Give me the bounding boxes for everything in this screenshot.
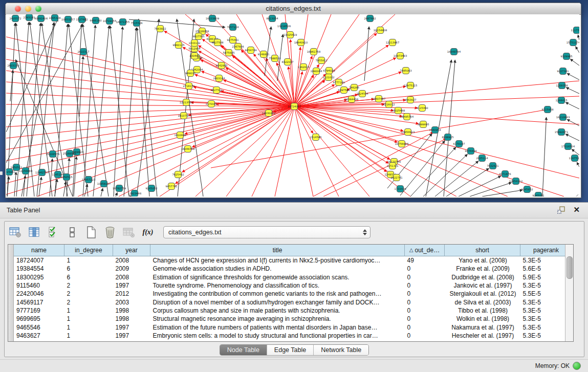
graph-node[interactable]: 7857224 [227,24,239,31]
graph-node[interactable]: 16782759 [113,185,126,192]
new-table-icon[interactable] [84,226,98,239]
graph-node[interactable]: 10653257 [61,16,75,23]
row-height-icon[interactable] [66,226,79,239]
graph-node[interactable]: 1733426 [394,186,406,192]
column-header-in_degree[interactable]: in_degree [64,245,113,256]
table-row[interactable]: 1456911722003Disruption of a novel membe… [14,298,565,306]
tab-node-table[interactable]: Node Table [220,345,267,355]
function-builder-icon[interactable]: f(x) [141,226,155,239]
graph-node[interactable]: 2393181 [23,14,35,21]
graph-node[interactable]: 20206576 [46,151,59,158]
graph-node[interactable]: 7485063 [400,68,411,74]
float-panel-icon[interactable] [557,206,565,214]
table-row[interactable]: 946362711997Embryonic stem cells: a mode… [14,332,565,340]
delete-table-icon[interactable] [103,226,117,239]
graph-node[interactable]: 1527602 [76,16,88,23]
table-row[interactable]: 1938455462009Genome-wide association stu… [14,265,565,273]
column-header-short[interactable]: short [445,245,520,256]
table-row[interactable]: 1830029562008Estimation of significance … [14,273,565,281]
graph-node[interactable]: 7588520 [269,55,280,62]
network-window[interactable]: citations_edges.txt 24055722393181306914… [5,3,581,198]
graph-node[interactable]: 6466160 [90,17,101,24]
select-rows-icon[interactable] [47,226,60,239]
column-header-out_de[interactable]: △out_de… [405,245,445,256]
graph-node[interactable]: 6216012 [383,101,395,108]
graph-node[interactable]: 17016504 [561,143,575,150]
graph-node[interactable]: 8938925 [442,134,453,141]
graph-node[interactable]: 2687682 [364,15,376,22]
graph-node[interactable]: 1170041 [205,101,217,107]
tab-edge-table[interactable]: Edge Table [267,345,314,355]
table-scrollbar-thumb[interactable] [567,256,573,279]
resize-grip-icon[interactable] [568,194,578,196]
graph-node[interactable]: 8454749 [245,47,256,54]
graph-node[interactable]: 2610317 [77,49,89,55]
table-selector-dropdown[interactable]: citations_edges.txt [163,226,371,238]
graph-node[interactable]: 2603150 [7,62,19,69]
table-row[interactable]: 969969511998Structural magnetic resonanc… [14,315,565,323]
column-header-title[interactable]: title [150,245,405,256]
close-panel-icon[interactable]: ✕ [573,205,580,214]
graph-node[interactable]: 9245052 [145,185,157,192]
graph-node[interactable]: 10756928 [395,141,408,147]
graph-node[interactable]: 2803144 [213,75,225,82]
graph-node[interactable]: 8471876 [499,171,511,178]
graph-node[interactable]: 16648784 [447,49,461,55]
graph-node[interactable]: 1514545 [310,134,321,141]
table-row[interactable]: 1872400712008Changes of HCN gene express… [14,256,565,265]
graph-node[interactable]: 9275461 [227,37,238,43]
graph-node[interactable]: 9115460 [416,105,428,112]
column-header-year[interactable]: year [113,245,150,256]
graph-node[interactable]: 10958187 [97,181,111,187]
graph-node[interactable]: 7515526 [130,20,142,27]
graph-node[interactable]: 16033809 [206,15,219,22]
graph-node[interactable]: 1244415 [555,97,567,104]
column-header-name[interactable]: name [14,245,64,256]
import-table-icon[interactable] [122,226,136,239]
graph-node[interactable]: 16046758 [181,146,194,152]
graph-node[interactable]: 9474444 [465,148,477,155]
graph-node[interactable]: 15751074 [567,39,579,46]
table-row[interactable]: 911546021997Tourette syndrome. Phenomeno… [14,281,565,290]
graph-node[interactable]: 14671355 [116,19,129,26]
network-graph-canvas[interactable]: 2405572239318130691406106532810653257152… [6,14,579,196]
graph-node[interactable]: 9457791 [165,183,177,190]
graph-node[interactable]: 6497568 [338,87,350,94]
show-columns-icon[interactable] [28,226,41,239]
tab-network-table[interactable]: Network Table [314,345,368,355]
graph-node[interactable]: 1117532 [571,27,579,34]
graph-node[interactable]: 9899695 [417,121,429,128]
graph-node[interactable]: 7955812 [315,57,327,64]
graph-node[interactable]: 3824554 [356,91,368,97]
graph-node[interactable]: 6179197 [453,141,465,147]
graph-node[interactable]: 16961758 [307,49,320,55]
table-row[interactable]: 2242004622012Investigating the contribut… [14,290,565,298]
graph-node[interactable]: 746266 [349,84,359,91]
graph-node[interactable]: 12213582 [180,99,193,106]
column-header-pagerank[interactable]: pagerank [520,245,565,256]
graph-node[interactable]: 8215958 [541,106,553,113]
graph-node[interactable]: 7632621 [487,163,498,169]
graph-node[interactable]: 13325419 [284,32,297,38]
graph-node[interactable]: 1640954 [429,127,441,134]
graph-node[interactable]: 8813054 [266,15,278,22]
graph-node[interactable]: 1910686 [174,132,186,139]
table-settings-icon[interactable] [9,226,22,239]
graph-node[interactable]: 6794028 [323,68,335,74]
graph-node[interactable]: 1167533 [569,155,579,162]
graph-node[interactable]: 1433132 [188,40,200,47]
graph-node[interactable]: 9245652 [521,186,533,193]
graph-node[interactable]: 2935114 [476,155,488,162]
graph-node[interactable]: 18640910 [294,39,308,46]
graph-node[interactable]: 9329965 [560,53,572,60]
graph-node[interactable]: 18495764 [400,114,414,120]
graph-node[interactable]: 30691406 [34,15,48,22]
table-row[interactable]: 946554611997Estimation of the future num… [14,323,565,331]
network-window-titlebar[interactable]: citations_edges.txt [6,3,581,15]
graph-node[interactable]: 13218506 [277,23,291,30]
graph-node[interactable]: 10719155 [103,18,116,25]
graph-node[interactable]: 12213967 [386,39,399,46]
graph-node[interactable]: 1065328 [49,15,60,21]
graph-node[interactable]: 2405572 [9,15,21,22]
graph-node[interactable]: 12975115 [404,82,417,89]
